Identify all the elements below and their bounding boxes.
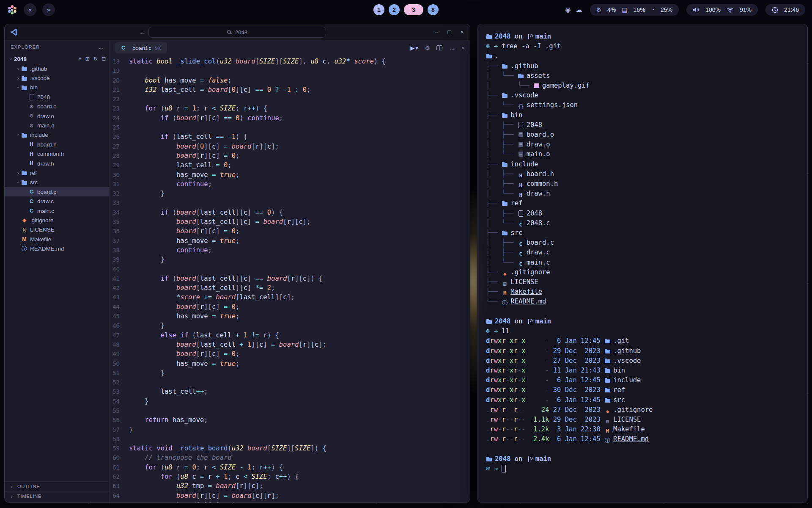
back-button[interactable]: ← bbox=[139, 28, 146, 36]
top-bar: « » 1238 ◉ ☁ ⚙ 4% ▤ 16% ◔ 25% 1 bbox=[0, 0, 812, 19]
new-file-icon[interactable]: + bbox=[79, 56, 82, 62]
explorer-item-.vscode[interactable]: ›.vscode bbox=[5, 73, 109, 83]
explorer-item-.github[interactable]: ›.github bbox=[5, 64, 109, 73]
explorer-item-board.h[interactable]: Hboard.h bbox=[5, 140, 109, 149]
code-line: 64 board[r][c] = board[c][r]; bbox=[110, 491, 470, 500]
code-line: 58 bbox=[110, 434, 470, 444]
system-stats-pill[interactable]: ⚙ 4% ▤ 16% ◔ 25% bbox=[590, 4, 679, 16]
code-line: 39 } bbox=[110, 255, 470, 264]
explorer-item-draw.h[interactable]: Hdraw.h bbox=[5, 159, 109, 168]
explorer-item-.gitignore[interactable]: ◆.gitignore bbox=[5, 215, 109, 225]
outline-panel[interactable]: › OUTLINE bbox=[5, 481, 109, 491]
weather-widget[interactable]: ◉ ☁ bbox=[565, 6, 582, 14]
code-line: 30 has_move = true; bbox=[110, 170, 470, 179]
close-button[interactable]: × bbox=[461, 29, 464, 36]
code-line: 40 bbox=[110, 265, 470, 274]
minimize-button[interactable]: – bbox=[435, 29, 439, 36]
explorer-item-ref[interactable]: ›ref bbox=[5, 168, 109, 177]
new-folder-icon[interactable]: ⊞ bbox=[85, 56, 90, 62]
explorer-item-draw.o[interactable]: ⚙draw.o bbox=[5, 111, 109, 121]
code-line: 51 } bbox=[110, 368, 470, 378]
more-actions-icon[interactable]: … bbox=[449, 45, 455, 51]
line-number: 19 bbox=[110, 66, 129, 75]
chevron-down-icon: › bbox=[15, 179, 22, 185]
explorer-item-label: README.md bbox=[30, 246, 64, 252]
clock-pill[interactable]: 21:46 bbox=[765, 4, 805, 16]
explorer-item-LICENSE[interactable]: §LICENSE bbox=[5, 225, 109, 235]
explorer-item-draw.c[interactable]: Cdraw.c bbox=[5, 196, 109, 206]
explorer-item-include[interactable]: ›include bbox=[5, 130, 109, 140]
collapse-all-icon[interactable]: ⊟ bbox=[102, 56, 106, 62]
obj-icon: ⚙ bbox=[28, 122, 35, 129]
workspace-3[interactable]: 3 bbox=[404, 4, 423, 15]
folder-icon bbox=[486, 33, 492, 40]
code-line: 43 *score += board[last_cell][c]; bbox=[110, 293, 470, 302]
line-number: 21 bbox=[110, 85, 129, 94]
terminal-line: .rw-r--r-- 1.2k 3 Jan 22:30 MMakefile bbox=[486, 425, 799, 434]
explorer-more-icon[interactable]: … bbox=[99, 44, 103, 50]
code-line: 34 if (board[last_cell][c] == 0) { bbox=[110, 208, 470, 217]
command-center-search[interactable]: 2048 bbox=[148, 27, 326, 38]
braces-icon: {} bbox=[518, 103, 524, 110]
terminal-window[interactable]: 2048 on main❄ → tree -a -I .git.├── .git… bbox=[477, 24, 808, 503]
line-number: 55 bbox=[110, 406, 129, 415]
explorer-item-board.c[interactable]: Cboard.c bbox=[5, 187, 109, 196]
launcher-flake-icon[interactable] bbox=[7, 4, 18, 15]
code-line: 59static void _rotate_board(u32 board[SI… bbox=[110, 444, 470, 453]
folder-icon bbox=[604, 337, 611, 344]
run-button[interactable]: ▶ ▾ bbox=[410, 45, 418, 51]
code-line: 29 last_cell = 0; bbox=[110, 160, 470, 170]
line-number: 32 bbox=[110, 189, 129, 198]
explorer-item-label: ref bbox=[30, 170, 37, 176]
line-number: 36 bbox=[110, 226, 129, 236]
media-prev-button[interactable]: « bbox=[24, 3, 36, 16]
terminal-line: drwxr-xr-x - 11 Jan 21:43 bin bbox=[486, 366, 799, 375]
code-line: 63 u32 tmp = board[r][c]; bbox=[110, 481, 470, 491]
close-editor-icon[interactable]: × bbox=[461, 45, 465, 51]
topbar-right: ◉ ☁ ⚙ 4% ▤ 16% ◔ 25% 100% bbox=[565, 4, 805, 16]
cpu-usage: 4% bbox=[607, 6, 616, 13]
explorer-item-board.o[interactable]: ⚙board.o bbox=[5, 102, 109, 111]
explorer-item-label: Makefile bbox=[30, 236, 51, 243]
media-next-button[interactable]: » bbox=[42, 3, 55, 16]
tab-board-c[interactable]: C board.c src bbox=[115, 42, 167, 53]
md-icon: ⓘ bbox=[604, 437, 611, 444]
workspace-8[interactable]: 8 bbox=[428, 4, 439, 15]
explorer-item-src[interactable]: ›src bbox=[5, 178, 109, 187]
line-number: 29 bbox=[110, 160, 129, 170]
line-number: 35 bbox=[110, 217, 129, 226]
explorer-item-bin[interactable]: ›bin bbox=[5, 83, 109, 92]
terminal-line: ├── include bbox=[486, 160, 799, 169]
code-line: 27 board[0][c] = board[r][c]; bbox=[110, 142, 470, 151]
explorer-actions: + ⊞ ↻ ⊟ bbox=[79, 56, 106, 62]
code-line: 44 board[r][c] = 0; bbox=[110, 302, 470, 312]
explorer-item-label: LICENSE bbox=[30, 226, 55, 233]
settings-gear-icon[interactable]: ⚙ bbox=[425, 45, 430, 51]
chevron-down-icon: › bbox=[8, 56, 14, 62]
code-line: 62 for (u8 c = r + 1; c < SIZE; c++) { bbox=[110, 472, 470, 481]
terminal-line: .rw-r--r-- 1.1k 29 Dec 2023 ▤LICENSE bbox=[486, 415, 799, 425]
explorer-item-2048[interactable]: 2048 bbox=[5, 92, 109, 102]
explorer-item-main.o[interactable]: ⚙main.o bbox=[5, 121, 109, 130]
explorer-item-common.h[interactable]: Hcommon.h bbox=[5, 149, 109, 159]
terminal-line: │ └── main.o bbox=[486, 149, 799, 159]
search-icon bbox=[227, 30, 232, 35]
explorer-item-README.md[interactable]: ⓘREADME.md bbox=[5, 244, 109, 253]
timeline-panel[interactable]: › TIMELINE bbox=[5, 491, 109, 501]
terminal-line: │ └── {}settings.json bbox=[486, 100, 799, 110]
vscode-body: EXPLORER … › 2048 + ⊞ ↻ ⊟ ›.github›.vsco… bbox=[5, 40, 470, 502]
h-icon: H bbox=[28, 141, 35, 148]
split-editor-icon[interactable] bbox=[436, 45, 442, 50]
explorer-root-folder[interactable]: › 2048 + ⊞ ↻ ⊟ bbox=[5, 54, 109, 64]
folder-icon bbox=[604, 348, 611, 354]
explorer-item-Makefile[interactable]: MMakefile bbox=[5, 235, 109, 244]
workspace-1[interactable]: 1 bbox=[373, 4, 384, 15]
explorer-item-main.c[interactable]: Cmain.c bbox=[5, 206, 109, 215]
branch-icon bbox=[527, 318, 533, 325]
workspace-2[interactable]: 2 bbox=[389, 4, 400, 15]
wifi-strength: 91% bbox=[740, 6, 752, 13]
refresh-icon[interactable]: ↻ bbox=[93, 56, 98, 62]
audio-network-pill[interactable]: 100% 91% bbox=[686, 4, 758, 16]
code-lines[interactable]: 18static bool _slide_col(u32 board[SIZE]… bbox=[110, 55, 470, 502]
maximize-button[interactable]: □ bbox=[447, 29, 451, 36]
